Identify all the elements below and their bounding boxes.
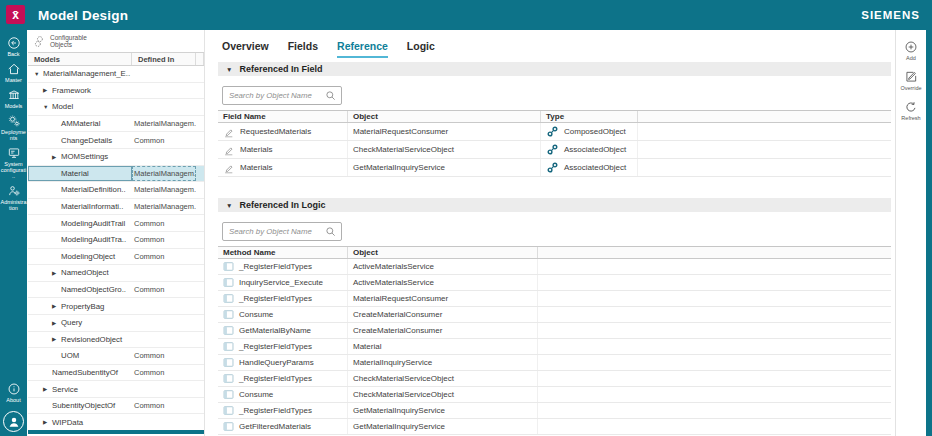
column-header-models[interactable]: Models <box>28 53 132 65</box>
tree-row[interactable]: ChangeDetails Common <box>28 132 204 149</box>
tree-node-label: Model <box>52 102 73 111</box>
tree-row[interactable]: Query <box>28 315 204 332</box>
tab[interactable]: Reference <box>337 38 388 58</box>
logic-reference-row[interactable]: GetMaterialByName CreateMaterialConsumer <box>218 323 891 339</box>
tree-row[interactable]: Service <box>28 381 204 398</box>
home-icon <box>7 62 21 76</box>
tree-node-label: AMMaterial <box>61 119 100 128</box>
column-header-type[interactable]: Type <box>541 111 638 122</box>
empty-cell <box>538 259 891 274</box>
tab[interactable]: Fields <box>288 38 318 58</box>
tree-row[interactable]: MaterialInformati.. MaterialManagem.. <box>28 199 204 216</box>
column-header-defined-in[interactable]: Defined In <box>132 53 196 65</box>
override-button[interactable]: Override <box>900 70 921 91</box>
column-header-object[interactable]: Object <box>348 247 538 258</box>
tree-row[interactable]: NamedObjectGro.. Common <box>28 282 204 299</box>
empty-cell <box>538 275 891 290</box>
tree-row[interactable]: RevisionedObject <box>28 332 204 349</box>
defined-in-value: Common <box>132 232 196 248</box>
column-header-object[interactable]: Object <box>348 111 541 122</box>
add-button[interactable]: Add <box>904 40 918 61</box>
expand-arrow-icon[interactable] <box>52 303 61 309</box>
tree-row[interactable]: PropertyBag <box>28 298 204 315</box>
tree-node-label: MOMSettings <box>61 152 108 161</box>
configurable-objects-header[interactable]: Configurable Objects <box>28 30 204 52</box>
nav-item-deployments[interactable]: Deployments <box>0 114 27 141</box>
object-name: MaterialInquiryService <box>348 355 538 370</box>
expand-arrow-icon[interactable] <box>43 419 52 425</box>
column-header-method-name[interactable]: Method Name <box>218 247 348 258</box>
tree-row[interactable]: Framework <box>28 83 204 100</box>
logic-search-box <box>222 222 342 241</box>
expand-arrow-icon[interactable] <box>43 104 52 110</box>
logic-reference-row[interactable]: _RegisterFieldTypes CheckMaterialService… <box>218 371 891 387</box>
nav-item-models[interactable]: Models <box>0 88 27 109</box>
tree-row[interactable]: ModelingAuditTrail Common <box>28 215 204 232</box>
field-reference-row[interactable]: RequestedMaterials MaterialRequestConsum… <box>218 123 891 141</box>
tab[interactable]: Overview <box>222 38 269 58</box>
method-icon <box>223 261 234 272</box>
tree-row[interactable]: SubentityObjectOf Common <box>28 398 204 415</box>
tree-row[interactable]: WIPData <box>28 414 204 431</box>
expand-arrow-icon[interactable] <box>43 87 52 93</box>
tree-row[interactable]: Model <box>28 99 204 116</box>
logic-reference-row[interactable]: _RegisterFieldTypes ActiveMaterialsServi… <box>218 259 891 275</box>
tree-node-label: ModelingObject <box>61 252 115 261</box>
logic-reference-row[interactable]: GetFilteredMaterials GetMaterialInquiryS… <box>218 419 891 435</box>
expand-arrow-icon[interactable] <box>52 154 61 160</box>
tree-horizontal-scrollbar[interactable] <box>28 430 204 434</box>
tree-row[interactable]: MaterialManagement_E.. <box>28 66 204 83</box>
collapse-triangle-icon: ▼ <box>226 202 232 209</box>
column-header-empty <box>196 53 204 65</box>
field-reference-row[interactable]: Materials CheckMaterialServiceObject Ass… <box>218 141 891 159</box>
referenced-in-field-section-header[interactable]: ▼ Referenced In Field <box>218 62 891 76</box>
tab[interactable]: Logic <box>407 38 435 58</box>
tree-row[interactable]: AMMaterial MaterialManagem.. <box>28 116 204 133</box>
expand-arrow-icon[interactable] <box>43 386 52 392</box>
expand-arrow-icon[interactable] <box>52 320 61 326</box>
expand-arrow-icon[interactable] <box>34 71 43 77</box>
defined-in-value <box>132 83 196 99</box>
tree-row[interactable]: UOM Common <box>28 348 204 365</box>
search-icon[interactable] <box>325 90 336 101</box>
empty-cell <box>538 355 891 370</box>
expand-arrow-icon[interactable] <box>52 336 61 342</box>
tree-node-label: PropertyBag <box>61 302 104 311</box>
tree-row[interactable]: ModelingAuditTra.. Common <box>28 232 204 249</box>
nav-item-administration[interactable]: Administration <box>0 184 27 211</box>
opcenter-x-logo-icon[interactable]: x̄ <box>6 5 25 24</box>
user-avatar[interactable] <box>3 411 24 432</box>
logic-reference-row[interactable]: _RegisterFieldTypes GetMaterialInquirySe… <box>218 403 891 419</box>
method-name: GetFilteredMaterials <box>239 422 311 431</box>
tree-row[interactable]: MOMSettings <box>28 149 204 166</box>
nav-item-back[interactable]: Back <box>0 36 27 57</box>
logic-reference-row[interactable]: _RegisterFieldTypes Material <box>218 339 891 355</box>
field-name: RequestedMaterials <box>240 127 311 136</box>
defined-in-value <box>132 149 196 165</box>
tool-label: Add <box>906 55 916 61</box>
tree-row[interactable]: NamedSubentityOf Common <box>28 365 204 382</box>
tree-row[interactable]: NamedObject <box>28 265 204 282</box>
tree-row[interactable]: MaterialDefinition.. MaterialManagem.. <box>28 182 204 199</box>
expand-arrow-icon[interactable] <box>52 270 61 276</box>
search-icon[interactable] <box>325 226 336 237</box>
field-search-input[interactable] <box>223 87 325 104</box>
tree-row[interactable]: Material MaterialManagem.. <box>28 166 204 183</box>
nav-item-about[interactable]: About <box>0 382 27 403</box>
logic-reference-row[interactable]: HandleQueryParams MaterialInquiryService <box>218 355 891 371</box>
type-value: AssociatedObject <box>564 163 626 172</box>
logic-reference-row[interactable]: Consume CheckMaterialServiceObject <box>218 387 891 403</box>
logic-reference-row[interactable]: _RegisterFieldTypes MaterialRequestConsu… <box>218 291 891 307</box>
referenced-in-logic-section-header[interactable]: ▼ Referenced In Logic <box>218 198 891 212</box>
field-reference-row[interactable]: Materials GetMaterialInquiryService Asso… <box>218 159 891 177</box>
tree-node-label: Service <box>52 385 78 394</box>
column-header-field-name[interactable]: Field Name <box>218 111 348 122</box>
nav-item-master[interactable]: Master <box>0 62 27 83</box>
tree-row[interactable]: ModelingObject Common <box>28 249 204 266</box>
refresh-button[interactable]: Refresh <box>901 100 920 121</box>
logic-search-input[interactable] <box>223 223 325 240</box>
about-info-icon <box>7 382 21 396</box>
logic-reference-row[interactable]: InquiryService_Execute ActiveMaterialsSe… <box>218 275 891 291</box>
logic-reference-row[interactable]: Consume CreateMaterialConsumer <box>218 307 891 323</box>
nav-item-system-configuration[interactable]: System configurati.. <box>0 146 27 179</box>
